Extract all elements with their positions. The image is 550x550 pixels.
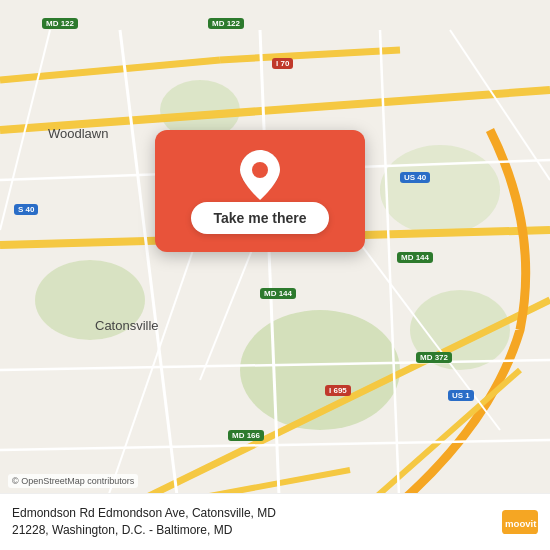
svg-line-8	[0, 60, 220, 80]
badge-md166: MD 166	[228, 430, 264, 441]
badge-i70: I 70	[272, 58, 293, 69]
badge-md144: MD 144	[260, 288, 296, 299]
badge-us40-right: US 40	[400, 172, 430, 183]
badge-s40: S 40	[14, 204, 38, 215]
badge-us1: US 1	[448, 390, 474, 401]
badge-md122-tr: MD 122	[208, 18, 244, 29]
map-pin	[238, 148, 282, 192]
svg-point-24	[252, 162, 268, 178]
map-roads-svg	[0, 0, 550, 550]
moovit-logo: moovit	[502, 504, 538, 540]
label-woodlawn: Woodlawn	[48, 126, 108, 141]
take-me-there-button[interactable]: Take me there	[191, 202, 328, 234]
svg-text:moovit: moovit	[505, 518, 537, 529]
badge-md144-right: MD 144	[397, 252, 433, 263]
moovit-icon-svg: moovit	[502, 504, 538, 540]
address-line1: Edmondson Rd Edmondson Ave, Catonsville,…	[12, 506, 276, 520]
svg-line-9	[220, 50, 400, 60]
badge-md372: MD 372	[416, 352, 452, 363]
svg-line-13	[260, 30, 280, 520]
map-card: Take me there	[155, 130, 365, 252]
label-catonsville: Catonsville	[95, 318, 159, 333]
address-line2: 21228, Washington, D.C. - Baltimore, MD	[12, 523, 232, 537]
svg-point-4	[380, 145, 500, 235]
badge-md122-tl: MD 122	[42, 18, 78, 29]
map-container: MD 122 MD 122 I 70 S 40 US 40 MD 144 MD …	[0, 0, 550, 550]
badge-i695: I 695	[325, 385, 351, 396]
address-text: Edmondson Rd Edmondson Ave, Catonsville,…	[12, 505, 492, 539]
bottom-bar: Edmondson Rd Edmondson Ave, Catonsville,…	[0, 493, 550, 550]
svg-line-5	[0, 90, 550, 130]
osm-attribution: © OpenStreetMap contributors	[8, 474, 138, 488]
svg-line-17	[0, 440, 550, 450]
